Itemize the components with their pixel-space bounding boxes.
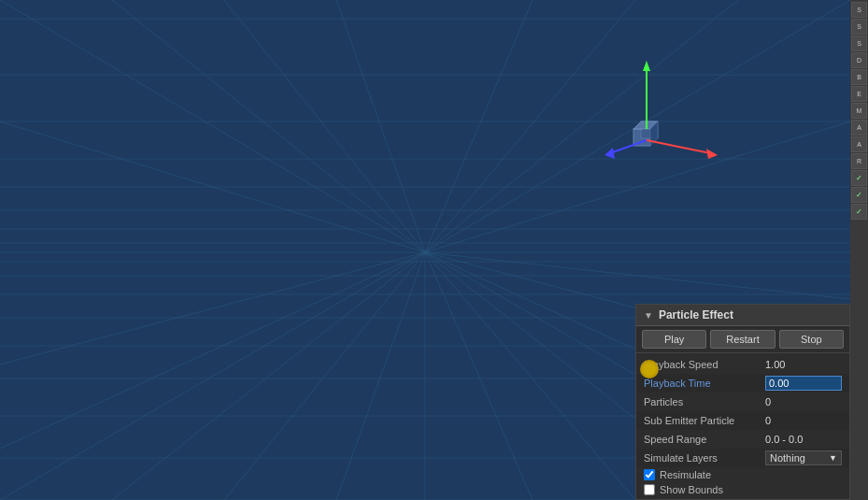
toolbar-item-r[interactable]: R: [851, 153, 867, 169]
simulate-layers-label: Simulate Layers: [644, 452, 765, 464]
svg-line-20: [224, 252, 425, 500]
playback-time-input[interactable]: [765, 376, 842, 391]
svg-marker-49: [706, 149, 718, 159]
particles-row: Particles 0: [636, 393, 849, 411]
stop-button[interactable]: Stop: [779, 330, 844, 349]
playback-time-label: Playback Time: [644, 378, 765, 389]
toolbar-item-a1[interactable]: A: [851, 120, 867, 136]
particles-label: Particles: [644, 396, 765, 407]
restart-button[interactable]: Restart: [710, 330, 775, 349]
svg-line-37: [425, 0, 635, 252]
playback-speed-row: Playback Speed 1.00: [636, 355, 849, 374]
toolbar-item-s1[interactable]: S: [851, 2, 867, 18]
svg-line-33: [112, 0, 425, 252]
dropdown-arrow-icon: ▼: [829, 453, 837, 463]
svg-line-30: [0, 252, 425, 364]
panel-controls: Play Restart Stop: [636, 326, 849, 353]
svg-line-35: [336, 0, 425, 252]
svg-line-21: [336, 252, 425, 500]
resimulate-label: Resimulate: [660, 469, 711, 480]
toolbar-item-check2[interactable]: ✓: [851, 187, 867, 203]
panel-fields: Playback Speed 1.00 Playback Time Partic…: [636, 353, 849, 499]
simulate-layers-dropdown[interactable]: Nothing ▼: [765, 450, 842, 465]
svg-marker-51: [605, 148, 615, 159]
svg-line-36: [425, 0, 533, 252]
play-button[interactable]: Play: [642, 330, 706, 349]
svg-line-34: [224, 0, 425, 252]
toolbar-item-check1[interactable]: ✓: [851, 170, 867, 186]
svg-line-31: [0, 252, 425, 449]
svg-line-18: [0, 252, 425, 500]
show-bounds-row: Show Bounds: [636, 482, 849, 497]
resimulate-row: Resimulate: [636, 467, 849, 482]
resimulate-checkbox[interactable]: [644, 469, 655, 480]
cursor-indicator: [640, 360, 659, 379]
toolbar-item-s2[interactable]: S: [851, 19, 867, 35]
toolbar-item-check3[interactable]: ✓: [851, 204, 867, 220]
toolbar-item-b[interactable]: B: [851, 69, 867, 85]
panel-title: Particle Effect: [659, 308, 733, 321]
svg-line-38: [425, 0, 738, 252]
panel-collapse-arrow[interactable]: ▼: [644, 310, 653, 321]
show-bounds-checkbox[interactable]: [644, 484, 655, 495]
speed-range-value: 0.0 - 0.0: [765, 434, 842, 445]
svg-line-48: [647, 140, 715, 154]
toolbar-item-e[interactable]: E: [851, 86, 867, 102]
svg-line-32: [0, 0, 425, 252]
sub-emitter-row: Sub Emitter Particle 0: [636, 411, 849, 430]
toolbar-item-m[interactable]: M: [851, 103, 867, 119]
sub-emitter-value: 0: [765, 415, 842, 426]
sub-emitter-label: Sub Emitter Particle: [644, 415, 765, 426]
playback-speed-label: Playback Speed: [644, 359, 765, 370]
speed-range-label: Speed Range: [644, 434, 765, 445]
svg-line-19: [112, 252, 425, 500]
svg-marker-47: [643, 61, 650, 71]
particle-effect-panel: ▼ Particle Effect Play Restart Stop Play…: [635, 304, 850, 500]
svg-line-24: [425, 252, 635, 500]
playback-time-row: Playback Time: [636, 374, 849, 393]
toolbar-item-d[interactable]: D: [851, 52, 867, 68]
simulate-layers-row: Simulate Layers Nothing ▼: [636, 449, 849, 467]
svg-line-23: [425, 252, 533, 500]
panel-header: ▼ Particle Effect: [636, 305, 849, 326]
particles-value: 0: [765, 396, 842, 407]
toolbar-item-s3[interactable]: S: [851, 36, 867, 51]
toolbar-item-a2[interactable]: A: [851, 136, 867, 152]
playback-speed-value: 1.00: [765, 359, 842, 370]
right-toolbar: S S S D B E M A A R ✓ ✓ ✓: [850, 0, 868, 500]
show-bounds-label: Show Bounds: [660, 484, 723, 495]
simulate-layers-value: Nothing: [770, 452, 805, 464]
speed-range-row: Speed Range 0.0 - 0.0: [636, 430, 849, 449]
